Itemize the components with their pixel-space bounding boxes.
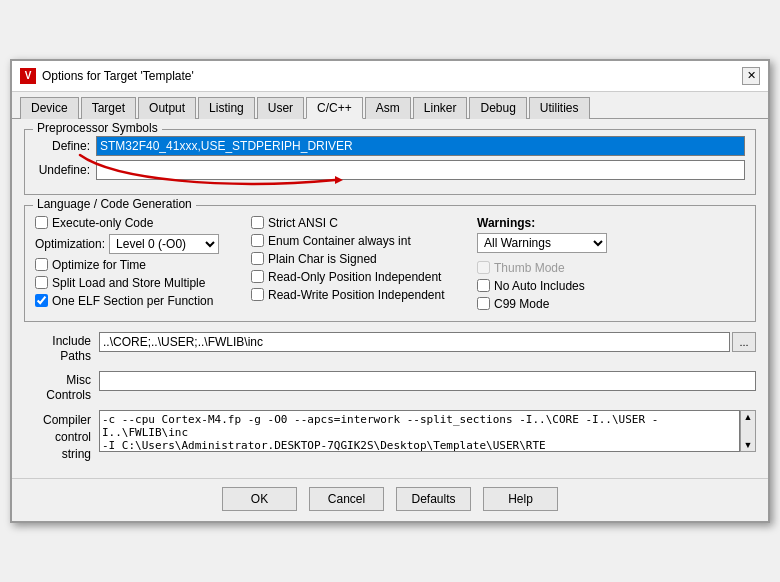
plain-char-row: Plain Char is Signed — [251, 252, 461, 266]
language-group-label: Language / Code Generation — [33, 197, 196, 211]
compiler-control-row: Compiler control string ▲ ▼ — [24, 410, 756, 462]
enum-container-label: Enum Container always int — [268, 234, 411, 248]
one-elf-row: One ELF Section per Function — [35, 294, 235, 308]
c99-mode-row: C99 Mode — [477, 297, 637, 311]
dialog-title: Options for Target 'Template' — [42, 69, 194, 83]
scroll-track — [741, 423, 755, 439]
defaults-button[interactable]: Defaults — [396, 487, 471, 511]
readonly-pos-checkbox[interactable] — [251, 270, 264, 283]
one-elf-label: One ELF Section per Function — [52, 294, 213, 308]
bottom-buttons-bar: OK Cancel Defaults Help — [12, 478, 768, 521]
no-auto-row: No Auto Includes — [477, 279, 637, 293]
one-elf-checkbox[interactable] — [35, 294, 48, 307]
tab-device[interactable]: Device — [20, 97, 79, 119]
readwrite-pos-row: Read-Write Position Independent — [251, 288, 461, 302]
app-icon: V — [20, 68, 36, 84]
c99-mode-label: C99 Mode — [494, 297, 549, 311]
split-load-checkbox[interactable] — [35, 276, 48, 289]
include-paths-label: Include Paths — [24, 332, 99, 365]
tab-listing[interactable]: Listing — [198, 97, 255, 119]
tab-debug[interactable]: Debug — [469, 97, 526, 119]
thumb-mode-label: Thumb Mode — [494, 261, 565, 275]
undefine-input[interactable] — [96, 160, 745, 180]
plain-char-label: Plain Char is Signed — [268, 252, 377, 266]
execute-only-checkbox[interactable] — [35, 216, 48, 229]
tab-asm[interactable]: Asm — [365, 97, 411, 119]
readwrite-pos-checkbox[interactable] — [251, 288, 264, 301]
strict-ansi-checkbox[interactable] — [251, 216, 264, 229]
tab-output[interactable]: Output — [138, 97, 196, 119]
tab-target[interactable]: Target — [81, 97, 136, 119]
readwrite-pos-label: Read-Write Position Independent — [268, 288, 445, 302]
define-row: Define: — [35, 136, 745, 156]
include-paths-browse[interactable]: ... — [732, 332, 756, 352]
optimization-label: Optimization: — [35, 237, 105, 251]
compiler-control-wrap: ▲ ▼ — [99, 410, 756, 452]
warnings-label: Warnings: — [477, 216, 637, 230]
compiler-scrollbar: ▲ ▼ — [740, 410, 756, 452]
undefine-label: Undefine: — [35, 163, 90, 177]
include-paths-wrap: ... — [99, 332, 756, 352]
strict-ansi-row: Strict ANSI C — [251, 216, 461, 230]
include-paths-input[interactable] — [99, 332, 730, 352]
enum-container-checkbox[interactable] — [251, 234, 264, 247]
misc-controls-row: Misc Controls — [24, 371, 756, 404]
undefine-row: Undefine: — [35, 160, 745, 180]
enum-container-row: Enum Container always int — [251, 234, 461, 248]
tab-utilities[interactable]: Utilities — [529, 97, 590, 119]
tab-cpp[interactable]: C/C++ — [306, 97, 363, 119]
preprocessor-group-label: Preprocessor Symbols — [33, 121, 162, 135]
language-group: Language / Code Generation Execute-only … — [24, 205, 756, 322]
optimization-select[interactable]: Level 0 (-O0) — [109, 234, 219, 254]
include-paths-row: Include Paths ... — [24, 332, 756, 365]
preprocessor-group: Preprocessor Symbols Define: Undefine: — [24, 129, 756, 195]
misc-controls-input[interactable] — [99, 371, 756, 391]
tab-linker[interactable]: Linker — [413, 97, 468, 119]
thumb-mode-row: Thumb Mode — [477, 261, 637, 275]
lang-col1: Execute-only Code Optimization: Level 0 … — [35, 216, 235, 311]
title-bar-left: V Options for Target 'Template' — [20, 68, 194, 84]
optimize-time-row: Optimize for Time — [35, 258, 235, 272]
tab-bar: Device Target Output Listing User C/C++ … — [12, 92, 768, 119]
define-label: Define: — [35, 139, 90, 153]
optimization-row: Optimization: Level 0 (-O0) — [35, 234, 235, 254]
lang-col2: Strict ANSI C Enum Container always int … — [251, 216, 461, 311]
no-auto-checkbox[interactable] — [477, 279, 490, 292]
ok-button[interactable]: OK — [222, 487, 297, 511]
dialog-window: V Options for Target 'Template' ✕ Device… — [10, 59, 770, 524]
compiler-control-label: Compiler control string — [24, 410, 99, 462]
lang-col3: Warnings: All Warnings Thumb Mode No Aut… — [477, 216, 637, 311]
thumb-mode-checkbox[interactable] — [477, 261, 490, 274]
scroll-down-button[interactable]: ▼ — [741, 439, 755, 451]
dialog-content: Preprocessor Symbols Define: Undefine: L… — [12, 119, 768, 479]
readonly-pos-label: Read-Only Position Independent — [268, 270, 441, 284]
warnings-section: Warnings: All Warnings — [477, 216, 637, 257]
tab-user[interactable]: User — [257, 97, 304, 119]
readonly-pos-row: Read-Only Position Independent — [251, 270, 461, 284]
execute-only-label: Execute-only Code — [52, 216, 153, 230]
close-button[interactable]: ✕ — [742, 67, 760, 85]
warnings-select[interactable]: All Warnings — [477, 233, 607, 253]
split-load-label: Split Load and Store Multiple — [52, 276, 205, 290]
split-load-row: Split Load and Store Multiple — [35, 276, 235, 290]
c99-mode-checkbox[interactable] — [477, 297, 490, 310]
plain-char-checkbox[interactable] — [251, 252, 264, 265]
execute-only-row: Execute-only Code — [35, 216, 235, 230]
scroll-up-button[interactable]: ▲ — [741, 411, 755, 423]
cancel-button[interactable]: Cancel — [309, 487, 384, 511]
optimize-time-label: Optimize for Time — [52, 258, 146, 272]
strict-ansi-label: Strict ANSI C — [268, 216, 338, 230]
define-input[interactable] — [96, 136, 745, 156]
help-button[interactable]: Help — [483, 487, 558, 511]
misc-controls-label: Misc Controls — [24, 371, 99, 404]
compiler-control-textarea[interactable] — [99, 410, 740, 452]
optimize-time-checkbox[interactable] — [35, 258, 48, 271]
no-auto-label: No Auto Includes — [494, 279, 585, 293]
title-bar: V Options for Target 'Template' ✕ — [12, 61, 768, 92]
